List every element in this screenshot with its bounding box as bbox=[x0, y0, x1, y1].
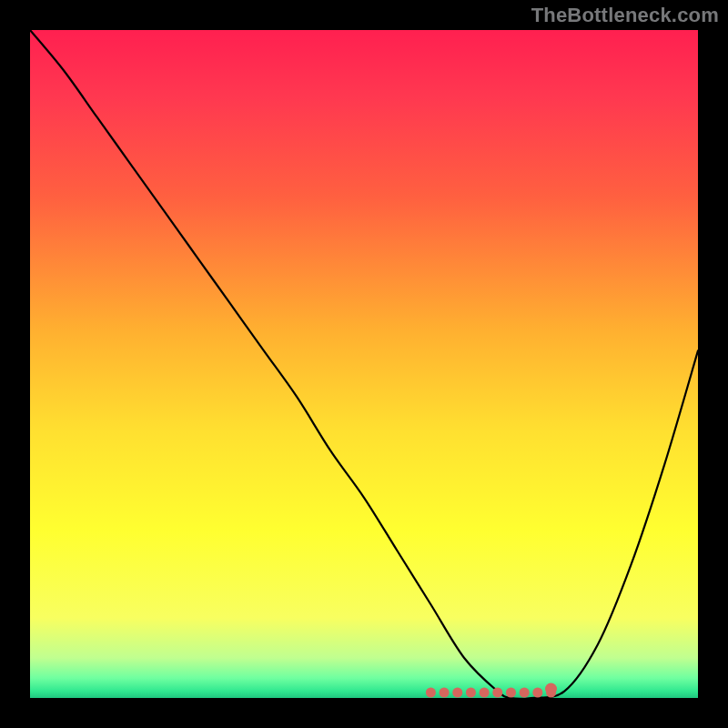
flat-dot bbox=[466, 688, 476, 698]
plot-background bbox=[30, 30, 698, 698]
bottleneck-chart bbox=[0, 0, 728, 728]
flat-dot bbox=[480, 688, 490, 698]
flat-dot bbox=[506, 688, 516, 698]
flat-end-dot bbox=[545, 683, 557, 695]
watermark-text: TheBottleneck.com bbox=[531, 4, 719, 27]
flat-dot bbox=[532, 688, 542, 698]
flat-dot bbox=[492, 688, 502, 698]
flat-dot bbox=[426, 688, 436, 698]
flat-dot bbox=[440, 688, 450, 698]
chart-stage: TheBottleneck.com bbox=[0, 0, 728, 728]
flat-dot bbox=[520, 688, 530, 698]
flat-dot bbox=[452, 688, 462, 698]
